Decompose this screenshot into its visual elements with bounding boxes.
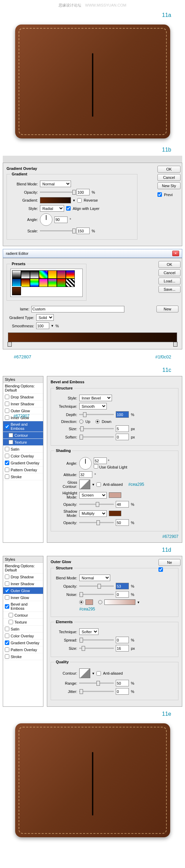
style-item-inner-glow[interactable]: Inner Glow#672907 <box>3 414 43 421</box>
style-item-satin[interactable]: Satin <box>3 446 43 453</box>
close-icon[interactable]: ✕ <box>172 251 179 256</box>
cb[interactable] <box>9 440 13 444</box>
gradient-preview[interactable] <box>40 197 71 203</box>
sh-color[interactable] <box>109 511 121 516</box>
cb[interactable] <box>9 613 13 617</box>
preset-swatch[interactable] <box>30 279 39 287</box>
style-item-outer-glow-sel[interactable]: Outer Glow <box>3 587 43 594</box>
cb[interactable] <box>5 454 9 458</box>
hl-select[interactable]: Screen <box>79 492 107 499</box>
b-soften-slider[interactable] <box>79 436 114 437</box>
preset-swatch[interactable] <box>12 279 21 287</box>
new-style-button[interactable]: New Sty <box>157 182 181 189</box>
gloss-contour[interactable] <box>79 480 90 489</box>
og-op-input[interactable] <box>116 583 129 589</box>
og-size-input[interactable] <box>116 645 129 652</box>
b-soften-input[interactable] <box>116 434 129 440</box>
down-radio[interactable] <box>95 419 100 424</box>
ge-load-button[interactable]: Load... <box>158 278 181 284</box>
cb[interactable] <box>5 395 9 399</box>
b-size-slider[interactable] <box>79 428 114 429</box>
hlop-slider[interactable] <box>79 504 114 505</box>
preset-swatch[interactable] <box>66 279 75 287</box>
style-item[interactable]: Bevel and Emboss <box>3 601 43 612</box>
og-size-slider[interactable] <box>79 648 114 649</box>
cb[interactable] <box>9 433 13 437</box>
blend-mode-select[interactable]: Normal <box>40 181 71 187</box>
style-item[interactable]: Blending Options: Default <box>3 563 43 573</box>
cb[interactable] <box>5 461 9 465</box>
style-item[interactable]: Color Overlay <box>3 633 43 639</box>
preset-swatch[interactable] <box>57 270 66 279</box>
style-item[interactable]: Pattern Overlay <box>3 646 43 653</box>
ge-ok-button[interactable]: OK <box>158 261 181 268</box>
style-item[interactable]: Gradient Overlay <box>3 639 43 646</box>
dropdown-icon[interactable]: ▾ <box>92 671 94 676</box>
style-item-gradient-overlay[interactable]: Gradient Overlay <box>3 460 43 466</box>
style-item[interactable]: Inner Glow <box>3 594 43 601</box>
preset-swatch[interactable] <box>21 279 30 287</box>
dropdown-arrow-icon[interactable]: ▾ <box>73 198 75 203</box>
style-item[interactable]: Contour <box>3 612 43 619</box>
b-tech-select[interactable]: Smooth <box>79 403 107 409</box>
shop-input[interactable] <box>116 519 129 526</box>
b-style-select[interactable]: Inner Bevel <box>79 395 112 401</box>
preview-checkbox[interactable] <box>157 192 162 197</box>
ge-cancel-button[interactable]: Cancel <box>158 269 181 276</box>
scale-input[interactable] <box>76 228 90 234</box>
ge-save-button[interactable]: Save... <box>158 286 181 293</box>
style-select[interactable]: Radial <box>40 205 64 212</box>
ne-button[interactable]: Ne <box>158 559 181 566</box>
style-item[interactable]: Inner Shadow <box>3 580 43 587</box>
up-radio[interactable] <box>79 419 83 424</box>
cb[interactable] <box>5 415 9 420</box>
og-noise-input[interactable] <box>116 591 129 598</box>
og-color[interactable] <box>85 599 93 605</box>
og-tech-select[interactable]: Softer <box>79 628 99 635</box>
global-light-cb[interactable] <box>94 464 98 469</box>
cb[interactable] <box>5 408 9 413</box>
cancel-button[interactable]: Cancel <box>157 174 181 181</box>
smooth-dropdown-icon[interactable]: ▾ <box>51 324 53 328</box>
og-jitter-slider[interactable] <box>79 691 114 692</box>
hl-color[interactable] <box>109 492 121 498</box>
cb[interactable] <box>5 604 9 609</box>
angle-dial[interactable] <box>40 213 52 226</box>
og-spread-slider[interactable] <box>79 639 114 640</box>
grad-type-select[interactable]: Solid <box>36 314 54 321</box>
align-checkbox[interactable] <box>66 206 71 211</box>
preset-swatch[interactable] <box>39 279 48 287</box>
reverse-checkbox[interactable] <box>77 198 82 203</box>
cb[interactable] <box>5 467 9 472</box>
style-item[interactable]: Drop Shadow <box>3 573 43 580</box>
cb[interactable] <box>5 402 9 406</box>
style-item-texture[interactable]: Texture <box>3 439 43 446</box>
grad-radio[interactable] <box>98 600 102 604</box>
new-button[interactable]: New <box>156 306 178 312</box>
preset-swatch[interactable] <box>30 270 39 279</box>
b-angle-input[interactable] <box>94 457 107 464</box>
shop-slider[interactable] <box>79 522 114 523</box>
style-item-drop-shadow[interactable]: Drop Shadow <box>3 394 43 401</box>
preset-swatch-selected[interactable] <box>12 287 21 295</box>
scale-slider[interactable] <box>40 230 74 231</box>
cb[interactable] <box>5 627 9 631</box>
preset-swatch[interactable] <box>39 270 48 279</box>
cb[interactable] <box>5 595 9 600</box>
preset-swatch[interactable] <box>48 270 57 279</box>
aa-cb[interactable] <box>96 482 101 487</box>
style-item-contour[interactable]: Contour <box>3 432 43 439</box>
preset-swatch[interactable] <box>48 279 57 287</box>
style-item-inner-shadow[interactable]: Inner Shadow <box>3 401 43 407</box>
b-depth-slider[interactable] <box>79 414 114 415</box>
style-item-blending[interactable]: Blending Options: Default <box>3 383 43 394</box>
cb[interactable] <box>5 654 9 659</box>
og-jitter-input[interactable] <box>116 688 129 695</box>
cb[interactable] <box>5 424 9 429</box>
og-spread-input[interactable] <box>116 637 129 643</box>
style-item-pattern-overlay[interactable]: Pattern Overlay <box>3 466 43 473</box>
preset-swatch[interactable] <box>21 270 30 279</box>
b-alt-input[interactable] <box>79 471 92 478</box>
opacity-input[interactable] <box>76 189 90 195</box>
og-aa-cb[interactable] <box>96 671 101 676</box>
